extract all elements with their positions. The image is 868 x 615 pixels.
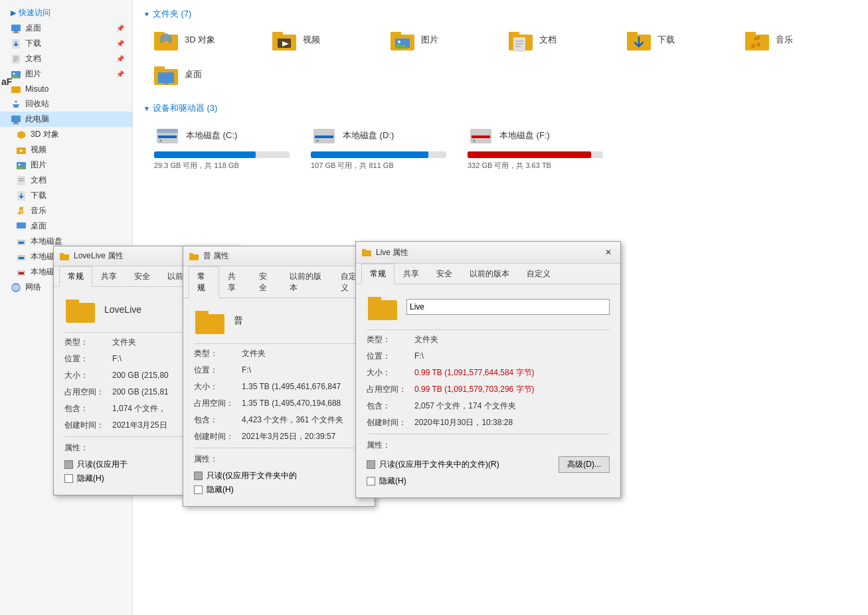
folder-item-pictures[interactable]: 图片 xyxy=(385,25,498,54)
dialog-live-tab-share[interactable]: 共享 xyxy=(394,264,428,284)
pu-created-label: 创建时间： xyxy=(194,431,242,442)
pin-icon-pic: 📌 xyxy=(116,70,124,78)
folder-item-documents[interactable]: 文档 xyxy=(503,25,616,54)
svg-rect-66 xyxy=(315,135,333,138)
dialog-lovelive-tab-security[interactable]: 安全 xyxy=(126,266,159,287)
svg-rect-60 xyxy=(164,83,168,84)
sidebar-label-pictures2: 图片 xyxy=(31,159,46,171)
sidebar-item-desktop[interactable]: 桌面 📌 xyxy=(0,21,132,36)
sidebar-label-pictures: 图片 xyxy=(25,68,41,80)
drive-item-c[interactable]: 本地磁盘 (C:) 29.3 GB 可用，共 118 GB xyxy=(149,120,295,175)
svg-rect-38 xyxy=(272,32,283,36)
svg-rect-10 xyxy=(11,86,21,93)
svg-rect-27 xyxy=(19,242,24,244)
sidebar-item-pictures2[interactable]: 图片 xyxy=(0,157,132,173)
dialog-lovelive-folder-name: LoveLive xyxy=(104,304,141,315)
af-badge: aF xyxy=(1,76,12,87)
sidebar-item-thispc[interactable]: 此电脑 xyxy=(0,112,132,127)
dialog-lovelive-tab-general[interactable]: 常规 xyxy=(59,266,92,287)
folder-item-downloads[interactable]: 下载 xyxy=(622,25,735,54)
dialog-pu: 普 属性 常规 共享 安全 以前的版本 自定义 普 类型： 文件夹 位置： F:… xyxy=(183,246,375,507)
sidebar-item-documents2[interactable]: 文档 xyxy=(0,173,132,188)
sidebar-item-downloads[interactable]: 下载 📌 xyxy=(0,36,132,51)
lovelive-hidden-checkbox[interactable] xyxy=(64,474,73,483)
live-size-value: 0.99 TB (1,091,577,644,584 字节) xyxy=(414,367,535,379)
dialog-pu-tab-share[interactable]: 共享 xyxy=(219,266,250,298)
sidebar-item-recycle[interactable]: 回收站 xyxy=(0,96,132,112)
svg-rect-25 xyxy=(17,222,26,228)
svg-point-70 xyxy=(473,139,476,142)
folders-section-header[interactable]: ▼ 文件夹 (7) xyxy=(143,8,857,20)
pu-hidden-checkbox[interactable] xyxy=(194,485,203,494)
lovelive-readonly-label: 只读(仅应用于 xyxy=(77,459,128,470)
svg-rect-62 xyxy=(157,129,178,133)
folder-video-icon xyxy=(271,28,298,52)
lovelive-readonly-checkbox[interactable] xyxy=(64,460,73,469)
sidebar-item-desktop2[interactable]: 桌面 xyxy=(0,219,132,234)
pin-icon-doc: 📌 xyxy=(116,55,124,62)
sidebar-item-music[interactable]: 音乐 xyxy=(0,203,132,219)
dialog-live-tab-custom[interactable]: 自定义 xyxy=(518,264,559,284)
sidebar-item-pictures[interactable]: 图片 📌 xyxy=(0,66,132,82)
live-hidden-checkbox[interactable] xyxy=(367,477,375,485)
dialog-live-folder-icon xyxy=(361,248,372,257)
drive-item-d[interactable]: 本地磁盘 (D:) 107 GB 可用，共 811 GB xyxy=(305,120,452,175)
svg-rect-13 xyxy=(14,122,18,124)
dialog-pu-tab-previous[interactable]: 以前的版本 xyxy=(281,266,332,298)
sidebar-label-downloads: 下载 xyxy=(25,38,41,49)
svg-rect-71 xyxy=(60,254,69,260)
drives-section-header[interactable]: ▼ 设备和驱动器 (3) xyxy=(143,102,857,114)
sidebar-item-3dobjects[interactable]: 3D 对象 xyxy=(0,127,132,142)
folder-item-video[interactable]: 视频 xyxy=(267,25,380,54)
drive-item-f[interactable]: 本地磁盘 (F:) 332 GB 可用，共 3.63 TB xyxy=(462,120,608,175)
dialog-live-close-button[interactable]: ✕ xyxy=(602,246,615,259)
folder-item-3d[interactable]: 3D 对象 xyxy=(149,25,262,54)
drive-f-bar xyxy=(468,151,591,158)
desktop-icon xyxy=(11,23,21,34)
svg-rect-2 xyxy=(13,33,19,33)
dialog-live-folder-name-input[interactable] xyxy=(406,299,610,315)
live-size-label: 大小： xyxy=(367,367,414,379)
dialog-pu-tab-general[interactable]: 常规 xyxy=(189,266,219,298)
drive-d-icon xyxy=(311,124,337,147)
pu-size-value: 1.35 TB (1,495,461,676,847 xyxy=(242,382,341,391)
dialog-pu-folder-icon xyxy=(189,252,199,261)
sidebar-item-documents[interactable]: 文档 📌 xyxy=(0,51,132,66)
dialog-live-tab-security[interactable]: 安全 xyxy=(428,264,461,284)
lovelive-contains-label: 包含： xyxy=(64,403,112,414)
svg-rect-1 xyxy=(14,31,18,33)
dialog-lovelive-tab-share[interactable]: 共享 xyxy=(92,266,126,287)
live-advanced-button[interactable]: 高级(D)... xyxy=(559,456,610,473)
lovelive-attr-label: 属性： xyxy=(64,442,112,454)
dialog-live-folder-big-icon xyxy=(367,292,398,321)
svg-point-67 xyxy=(316,139,319,142)
disk-c-icon xyxy=(16,236,27,247)
drive-d-info: 107 GB 可用，共 811 GB xyxy=(311,161,446,171)
sidebar-item-misuto[interactable]: Misuto xyxy=(0,82,132,96)
pu-occupied-value: 1.35 TB (1,495,470,194,688 xyxy=(242,398,341,408)
folder-item-desktop[interactable]: 桌面 xyxy=(149,60,262,89)
dialog-live-tab-previous[interactable]: 以前的版本 xyxy=(461,264,518,284)
desktop2-icon xyxy=(16,221,27,232)
downloads2-icon xyxy=(16,191,27,201)
svg-rect-81 xyxy=(368,300,397,320)
sidebar-item-downloads2[interactable]: 下载 xyxy=(0,188,132,203)
drive-c-bar xyxy=(154,151,256,158)
sidebar-item-video[interactable]: 视频 xyxy=(0,142,132,157)
dialog-pu-tab-security[interactable]: 安全 xyxy=(250,266,281,298)
video-icon xyxy=(16,145,27,155)
svg-rect-72 xyxy=(60,253,64,255)
pin-icon-dl: 📌 xyxy=(116,40,124,47)
recycle-icon xyxy=(11,99,21,110)
drive-c-info: 29.3 GB 可用，共 118 GB xyxy=(154,161,290,171)
sidebar-label-music: 音乐 xyxy=(31,205,46,217)
folder-item-music[interactable]: 音乐 xyxy=(740,25,853,54)
pu-readonly-checkbox[interactable] xyxy=(194,472,203,480)
svg-rect-76 xyxy=(189,253,193,255)
thispc-icon xyxy=(11,114,21,125)
live-readonly-checkbox[interactable] xyxy=(367,460,375,469)
folder-name-music: 音乐 xyxy=(776,34,793,46)
dialog-live-tab-general[interactable]: 常规 xyxy=(361,264,394,284)
folder-downloads-icon xyxy=(626,28,652,52)
svg-rect-63 xyxy=(158,135,177,138)
